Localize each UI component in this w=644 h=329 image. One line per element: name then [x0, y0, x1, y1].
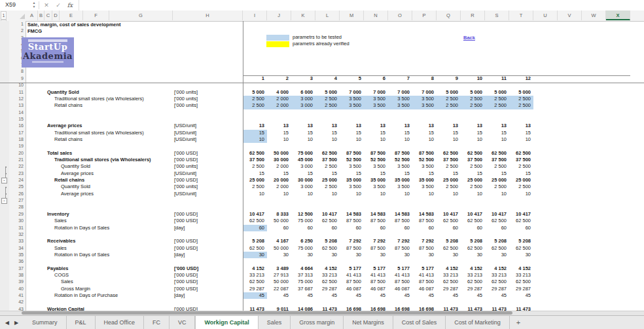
cell[interactable]: 2 000	[267, 184, 291, 190]
period-header-8[interactable]: 8	[412, 75, 437, 82]
cell[interactable]: 7 000	[340, 89, 364, 96]
cell[interactable]: 2 500	[315, 184, 340, 190]
row-unit[interactable]: ['000 units]	[174, 96, 198, 102]
cell[interactable]: 14 583	[340, 211, 364, 218]
cell[interactable]: 2 500	[461, 96, 485, 102]
cell[interactable]: 2 500	[437, 96, 461, 102]
cell[interactable]: 52 500	[340, 157, 364, 163]
cell[interactable]: 46 087	[412, 286, 437, 292]
cell[interactable]: 10	[291, 191, 315, 197]
row-label[interactable]: Average prices	[61, 170, 94, 177]
column-header-J[interactable]: J	[267, 10, 291, 20]
cell[interactable]: 13	[267, 123, 291, 129]
cell[interactable]: 62 500	[485, 245, 509, 252]
cell[interactable]: 10	[412, 136, 437, 143]
cell[interactable]: 13	[509, 123, 533, 129]
tab-nav-right-icon[interactable]: ▶	[14, 320, 18, 326]
row-unit[interactable]: ['000 units]	[174, 102, 198, 109]
cell[interactable]: 5 208	[243, 238, 267, 244]
cell[interactable]: 5 177	[388, 265, 412, 272]
cell[interactable]: 5 208	[485, 238, 509, 244]
cell[interactable]: 10 417	[485, 211, 509, 218]
cell[interactable]: 10	[388, 136, 412, 143]
cell[interactable]: 15	[243, 130, 267, 136]
row-unit[interactable]: ['000 units]	[174, 184, 198, 190]
cell[interactable]: 62 500	[485, 279, 509, 285]
cell[interactable]: 15	[461, 130, 485, 136]
cell[interactable]: 13	[243, 123, 267, 129]
cell[interactable]: 33 213	[437, 272, 461, 279]
cell[interactable]: 3 500	[340, 102, 364, 109]
row-unit[interactable]: [day]	[174, 252, 185, 258]
cell[interactable]: 87 500	[364, 279, 388, 285]
cell[interactable]: 52 500	[364, 157, 388, 163]
row-unit[interactable]: [USD/unit]	[174, 170, 196, 177]
cell[interactable]: 62 500	[243, 245, 267, 252]
cell[interactable]: 52 500	[412, 157, 437, 163]
cell[interactable]: 45 000	[291, 157, 315, 163]
period-header-3[interactable]: 3	[291, 75, 315, 82]
column-header-V[interactable]: V	[558, 10, 582, 20]
name-box[interactable]: X59	[0, 0, 34, 10]
cell[interactable]: 4 152	[243, 265, 267, 272]
cell[interactable]: 30	[509, 252, 533, 258]
cell[interactable]: 33 213	[243, 272, 267, 279]
cell[interactable]: 33 213	[485, 272, 509, 279]
sheet-tab-fc[interactable]: FC	[144, 316, 170, 329]
cell[interactable]: 10	[291, 136, 315, 143]
column-header-D[interactable]: D	[52, 10, 60, 20]
cell[interactable]: 4 152	[437, 265, 461, 272]
cell[interactable]: 87 500	[364, 218, 388, 224]
cell[interactable]: 4 152	[315, 265, 340, 272]
collapse-group-button[interactable]: -	[1, 198, 7, 204]
cell[interactable]: 7 000	[412, 89, 437, 96]
column-header-Q[interactable]: Q	[437, 10, 461, 20]
cell[interactable]: 10	[388, 191, 412, 197]
cell[interactable]: 30	[412, 252, 437, 258]
row-unit[interactable]: ['000 units]	[174, 89, 198, 96]
cell[interactable]: 41 413	[364, 272, 388, 279]
cell[interactable]: 10	[315, 191, 340, 197]
cell[interactable]: 87 500	[388, 218, 412, 224]
cell[interactable]: 15	[340, 130, 364, 136]
cell[interactable]: 62 500	[437, 150, 461, 157]
cell[interactable]: 50 000	[267, 218, 291, 224]
cell[interactable]: 30	[340, 252, 364, 258]
column-header-T[interactable]: T	[509, 10, 533, 20]
cell[interactable]: 87 500	[388, 279, 412, 285]
row-unit[interactable]: ['000 USD]	[174, 286, 198, 292]
cell[interactable]: 13	[461, 123, 485, 129]
row-unit[interactable]: ['000 USD]	[174, 211, 198, 218]
column-header-C[interactable]: C	[45, 10, 52, 20]
cell[interactable]: 45	[340, 292, 364, 299]
cell[interactable]: 30	[437, 252, 461, 258]
sheet-tab-net-margins[interactable]: Net Margins	[344, 316, 393, 329]
cell[interactable]: 37 500	[315, 157, 340, 163]
cell[interactable]: 2 500	[243, 102, 267, 109]
add-sheet-button[interactable]: +	[510, 316, 527, 329]
cell[interactable]: 15	[388, 130, 412, 136]
sheet-tab-head-office[interactable]: Head Office	[96, 316, 144, 329]
cell[interactable]: 29 287	[315, 286, 340, 292]
cell[interactable]: 25 000	[315, 177, 340, 184]
period-header-4[interactable]: 4	[315, 75, 340, 82]
cell[interactable]: 45	[243, 292, 267, 299]
cell[interactable]: 15	[485, 170, 509, 177]
row-unit[interactable]: [USD/unit]	[174, 130, 196, 136]
cell[interactable]: 46 087	[388, 286, 412, 292]
period-header-12[interactable]: 12	[509, 75, 533, 82]
cell[interactable]: 2 500	[509, 102, 533, 109]
cell[interactable]: 45	[485, 292, 509, 299]
cell[interactable]: 10	[267, 191, 291, 197]
cell[interactable]: 60	[243, 225, 267, 231]
cell[interactable]: 25 000	[437, 177, 461, 184]
cell[interactable]: 37 500	[485, 157, 509, 163]
cell[interactable]: 87 500	[388, 245, 412, 252]
cell[interactable]: 45	[388, 292, 412, 299]
cell[interactable]: 20 000	[267, 177, 291, 184]
cell[interactable]: 87 500	[412, 245, 437, 252]
row-unit[interactable]: [USD/unit]	[174, 136, 196, 143]
sheet-tab-p-l[interactable]: P&L	[67, 316, 96, 329]
cell[interactable]: 7 000	[388, 89, 412, 96]
select-all-corner[interactable]	[20, 14, 25, 19]
